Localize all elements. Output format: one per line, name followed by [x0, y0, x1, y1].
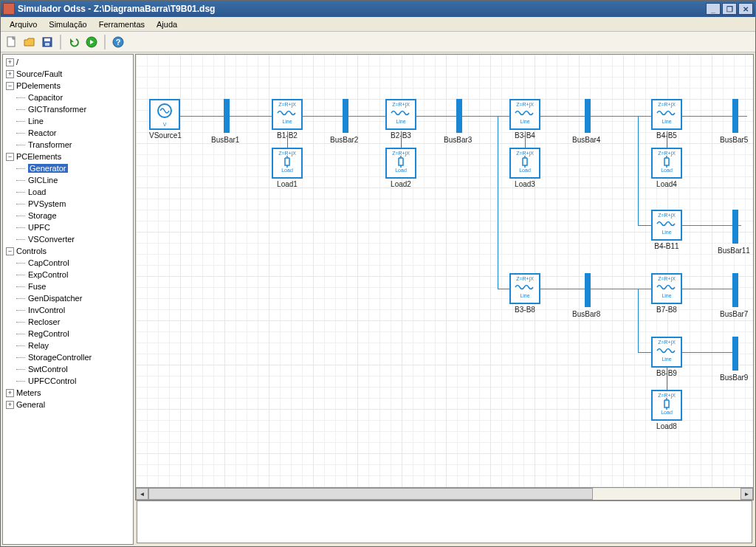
busbar5[interactable] [732, 99, 738, 133]
close-button[interactable]: ✕ [738, 3, 753, 15]
horizontal-scrollbar[interactable]: ◄ ► [135, 488, 754, 500]
tree-vsconverter[interactable]: VSConverter [28, 235, 75, 244]
b7b8-label: B7-B8 [651, 306, 682, 314]
menu-ajuda[interactable]: Ajuda [151, 18, 183, 30]
load1-label: Load1 [272, 180, 303, 188]
block-load4[interactable]: Z=R+jXLoad Load4 [651, 148, 682, 188]
svg-rect-2 [44, 38, 50, 41]
open-button[interactable] [21, 34, 38, 50]
tree-storage[interactable]: Storage [28, 211, 57, 220]
toolbar-separator [60, 35, 61, 49]
block-load3[interactable]: Z=R+jXLoad Load3 [509, 148, 540, 188]
busbar7[interactable] [732, 273, 738, 307]
expand-icon[interactable]: + [6, 70, 14, 78]
diagram-canvas[interactable]: V VSource1 BusBar1 Z=R+jXLine B1-B2 Z=R+… [135, 54, 754, 488]
busbar11[interactable] [732, 210, 738, 244]
tree-capacitor[interactable]: Capacitor [28, 93, 63, 102]
tree-root[interactable]: / [16, 58, 18, 66]
tree-expcontrol[interactable]: ExpControl [28, 270, 68, 279]
block-b3b8[interactable]: Z=R+jXLine B3-B8 [509, 273, 540, 314]
load8-label: Load8 [651, 422, 682, 430]
block-b4b11[interactable]: Z=R+jXLine B4-B11 [651, 210, 682, 250]
block-load2[interactable]: Z=R+jXLoad Load2 [385, 148, 416, 188]
tree-meters[interactable]: Meters [16, 388, 41, 397]
block-load8[interactable]: Z=R+jXLoad Load8 [651, 390, 682, 430]
tree-reactor[interactable]: Reactor [28, 128, 57, 137]
title-bar[interactable]: Simulador Odss - Z:\DiagramaBarra\T9B01.… [1, 1, 755, 17]
busbar4[interactable] [585, 99, 591, 133]
tree-swtcontrol[interactable]: SwtControl [28, 365, 68, 374]
tree-recloser[interactable]: Recloser [28, 317, 60, 326]
tree-relay[interactable]: Relay [28, 341, 49, 350]
save-button[interactable] [39, 34, 55, 50]
busbar4-label: BusBar4 [572, 136, 600, 144]
load3-label: Load3 [509, 180, 540, 188]
wire [638, 289, 639, 352]
undo-button[interactable] [66, 34, 82, 50]
expand-icon[interactable]: + [6, 58, 14, 66]
tree-invcontrol[interactable]: InvControl [28, 306, 65, 314]
busbar1[interactable] [224, 99, 230, 133]
tree-load[interactable]: Load [28, 188, 46, 196]
minimize-button[interactable]: _ [706, 3, 721, 15]
output-panel[interactable] [137, 500, 752, 543]
scroll-thumb[interactable] [148, 488, 593, 500]
expand-icon[interactable]: + [6, 401, 14, 409]
wire [638, 352, 651, 353]
toolbar: ? [1, 32, 755, 52]
expand-icon[interactable]: − [6, 247, 14, 255]
tree-fuse[interactable]: Fuse [28, 282, 46, 291]
tree-pdelements[interactable]: PDelements [16, 81, 61, 90]
busbar9[interactable] [732, 337, 738, 371]
tree-upfccontrol[interactable]: UPFCControl [28, 376, 76, 385]
expand-icon[interactable]: − [6, 153, 14, 161]
wire [667, 368, 667, 390]
busbar3[interactable] [456, 99, 462, 133]
wire [667, 131, 667, 148]
wire [401, 131, 402, 148]
scroll-track[interactable] [148, 488, 740, 500]
tree-gendispatcher[interactable]: GenDispatcher [28, 294, 82, 303]
help-button[interactable]: ? [110, 34, 126, 50]
menu-simulacao[interactable]: Simulação [43, 18, 92, 30]
busbar8-label: BusBar8 [572, 310, 600, 318]
tree-general[interactable]: General [16, 400, 45, 409]
scroll-left-button[interactable]: ◄ [136, 488, 148, 500]
menu-ferramentas[interactable]: Ferramentas [93, 18, 151, 30]
toolbar-separator-2 [104, 35, 106, 49]
wire [591, 289, 651, 289]
run-button[interactable] [83, 34, 100, 50]
tree-gictransformer[interactable]: GICTransformer [28, 105, 86, 114]
tree-sourcefault[interactable]: Source/Fault [16, 69, 62, 78]
tree-panel[interactable]: +/ +Source/Fault −PDelements Capacitor G… [2, 54, 134, 545]
svg-text:?: ? [116, 38, 121, 47]
tree-upfc[interactable]: UPFC [28, 223, 50, 232]
tree-line[interactable]: Line [28, 117, 44, 125]
busbar2-label: BusBar2 [330, 136, 358, 144]
app-window: Simulador Odss - Z:\DiagramaBarra\T9B01.… [0, 0, 756, 547]
load4-label: Load4 [651, 180, 682, 188]
wire [638, 225, 653, 226]
b3b8-label: B3-B8 [509, 306, 540, 314]
tree-regcontrol[interactable]: RegControl [28, 329, 69, 338]
tree-pcelements[interactable]: PCElements [16, 152, 61, 161]
tree-gicline[interactable]: GICLine [28, 176, 58, 185]
tree-controls[interactable]: Controls [16, 247, 47, 255]
tree-generator[interactable]: Generator [28, 164, 68, 173]
tree-pvsystem[interactable]: PVSystem [28, 199, 66, 208]
menu-arquivo[interactable]: Arquivo [4, 18, 43, 30]
tree-storagecontroller[interactable]: StorageController [28, 353, 92, 362]
maximize-button[interactable]: ❐ [722, 3, 737, 15]
expand-icon[interactable]: − [6, 82, 14, 90]
tree-capcontrol[interactable]: CapControl [28, 258, 69, 267]
scroll-right-button[interactable]: ► [740, 488, 753, 500]
busbar2[interactable] [343, 99, 348, 133]
tree-transformer[interactable]: Transformer [28, 140, 72, 149]
block-vsource1[interactable]: V VSource1 [149, 99, 182, 140]
expand-icon[interactable]: + [6, 389, 14, 397]
block-load1[interactable]: Z=R+jXLoad Load1 [272, 148, 303, 188]
new-button[interactable] [4, 34, 20, 50]
wire [525, 131, 526, 148]
busbar8[interactable] [585, 273, 591, 307]
block-b7b8[interactable]: Z=R+jXLine B7-B8 [651, 273, 682, 314]
